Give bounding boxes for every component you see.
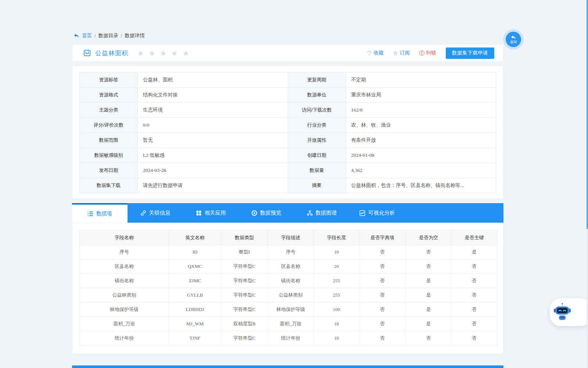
field-cell: 区县名称 bbox=[268, 259, 314, 274]
field-cell: TJNF bbox=[169, 331, 221, 346]
field-cell: 否 bbox=[452, 302, 497, 317]
field-cell: 否 bbox=[359, 259, 406, 274]
breadcrumb: 首页 / 数据目录 / 数据详情 bbox=[74, 32, 145, 39]
info-value: 农、林、牧、渔业 bbox=[346, 118, 496, 133]
info-label: 数据集下载 bbox=[80, 178, 138, 193]
tab-data-items[interactable]: 数据项 bbox=[72, 203, 128, 223]
info-row: 数据范围暂无开放属性有条件开放 bbox=[80, 133, 496, 148]
info-value: 不定期 bbox=[346, 72, 496, 88]
field-cell: 统计年份 bbox=[268, 331, 314, 346]
field-cell: 镇街名称 bbox=[80, 274, 169, 288]
field-cell: 否 bbox=[359, 245, 406, 259]
info-row: 发布日期2024-03-28数据量4,362 bbox=[80, 163, 496, 178]
dataset-info-table: 资源标签公益林、面积更新周期不定期资源格式结构化文件对接数源单位重庆市林业局主题… bbox=[79, 72, 496, 193]
tab-label: 数据项 bbox=[96, 210, 112, 217]
field-cell: 字符串型C bbox=[221, 274, 268, 288]
field-cell: 区县名称 bbox=[80, 259, 169, 274]
dataset-download-apply-button[interactable]: 数据集下载申请 bbox=[446, 47, 494, 59]
scrollbar-thumb[interactable] bbox=[587, 0, 588, 229]
field-cell: 统计年份 bbox=[80, 331, 169, 346]
network-icon bbox=[307, 210, 313, 216]
field-cell: 公益林类别 bbox=[80, 288, 169, 302]
field-cell: MJ_WM bbox=[169, 317, 221, 331]
assistant-robot-button[interactable] bbox=[550, 298, 588, 326]
info-row: 数据集下载请先进行数据申请摘要公益林面积，包含：序号、区县名称、镇街名称等... bbox=[80, 178, 496, 193]
field-cell: 是 bbox=[406, 317, 452, 331]
field-cell: 镇街名称 bbox=[268, 274, 314, 288]
field-row: 统计年份TJNF字符串型C统计年份10否否否 bbox=[80, 331, 497, 346]
info-label: 创建日期 bbox=[288, 148, 346, 163]
fields-panel: 字段名称英文名称数据类型字段描述字段长度是否字典项是否为空是否主键序号ID整型I… bbox=[72, 223, 503, 354]
field-cell: 字符串型C bbox=[221, 302, 268, 317]
tab-related-apps[interactable]: 相关应用 bbox=[183, 203, 239, 223]
tab-label: 数据预览 bbox=[260, 209, 282, 216]
info-label: 更新周期 bbox=[288, 72, 346, 88]
info-value: L2 低敏感 bbox=[138, 148, 288, 163]
field-cell: 公益林类别 bbox=[268, 288, 314, 302]
error-report-button[interactable]: ! 纠错 bbox=[419, 50, 436, 56]
field-cell: 100 bbox=[314, 302, 359, 317]
field-cell: 双精度型B bbox=[221, 317, 268, 331]
grid-icon bbox=[196, 210, 202, 216]
breadcrumb-catalog[interactable]: 数据目录 bbox=[98, 32, 118, 39]
info-label: 摘要 bbox=[288, 178, 346, 193]
title-bar: 公益林面积 ★★★★★ ♡ 收藏 ☆ 订阅 ! 纠错 数据集下载申请 bbox=[72, 44, 503, 62]
favorite-button[interactable]: ♡ 收藏 bbox=[367, 50, 383, 56]
eye-icon bbox=[251, 210, 257, 216]
subscribe-button[interactable]: ☆ 订阅 bbox=[393, 50, 410, 56]
column-header: 是否字典项 bbox=[359, 230, 406, 245]
info-value: 2024-03-28 bbox=[138, 163, 288, 178]
info-row: 资源格式结构化文件对接数源单位重庆市林业局 bbox=[80, 88, 496, 103]
field-cell: 字符串型C bbox=[221, 288, 268, 302]
tab-related-info[interactable]: 关联信息 bbox=[128, 203, 183, 223]
info-label: 资源格式 bbox=[80, 88, 138, 103]
info-value: 0/0 bbox=[138, 118, 288, 133]
info-value: 生态环境 bbox=[138, 103, 288, 118]
column-header: 是否为空 bbox=[406, 230, 452, 245]
field-row: 林地保护等级LDBHDJ字符串型C林地保护等级100否是否 bbox=[80, 302, 497, 317]
tab-visual-analysis[interactable]: 可视化分析 bbox=[349, 203, 405, 223]
field-cell: 是 bbox=[452, 245, 497, 259]
info-row: 资源标签公益林、面积更新周期不定期 bbox=[80, 72, 496, 88]
column-header: 字段长度 bbox=[314, 230, 359, 245]
float-back-button[interactable]: 返回 bbox=[503, 29, 524, 50]
info-row: 评分/评价次数0/0行业分类农、林、牧、渔业 bbox=[80, 118, 496, 133]
column-header: 数据类型 bbox=[221, 230, 268, 245]
field-row: 序号ID整型I序号10否否是 bbox=[80, 245, 497, 259]
field-cell: 10 bbox=[314, 331, 359, 346]
column-header: 字段描述 bbox=[268, 230, 314, 245]
heart-icon: ♡ bbox=[367, 50, 372, 56]
field-cell: 字符串型C bbox=[221, 331, 268, 346]
star-icon: ☆ bbox=[393, 50, 398, 56]
field-cell: 是 bbox=[406, 288, 452, 302]
breadcrumb-separator: / bbox=[94, 33, 96, 39]
info-value: 公益林面积，包含：序号、区县名称、镇街名称等... bbox=[346, 178, 496, 193]
breadcrumb-home[interactable]: 首页 bbox=[82, 32, 92, 39]
rating-stars[interactable]: ★★★★★ bbox=[137, 49, 194, 57]
robot-icon bbox=[553, 302, 572, 322]
field-cell: 否 bbox=[359, 302, 406, 317]
tab-data-graph[interactable]: 数据图谱 bbox=[294, 203, 349, 223]
field-cell: GYLLB bbox=[169, 288, 221, 302]
info-value: 公益林、面积 bbox=[138, 72, 288, 88]
info-value: 重庆市林业局 bbox=[346, 88, 496, 103]
field-cell: 否 bbox=[452, 288, 497, 302]
field-row: 镇街名称ZJMC字符串型C镇街名称255否是否 bbox=[80, 274, 497, 288]
info-value: 暂无 bbox=[138, 133, 288, 148]
field-row: 面积_万亩MJ_WM双精度型B面积_万亩18否是否 bbox=[80, 317, 497, 331]
section-tabbar: 数据项关联信息相关应用数据预览数据图谱可视化分析 bbox=[72, 203, 503, 223]
field-cell: LDBHDJ bbox=[169, 302, 221, 317]
tab-data-preview[interactable]: 数据预览 bbox=[239, 203, 294, 223]
field-cell: 否 bbox=[452, 317, 497, 331]
back-arrow-icon bbox=[511, 35, 516, 40]
field-cell: 否 bbox=[359, 331, 406, 346]
tab-label: 关联信息 bbox=[149, 209, 171, 216]
dataset-info-panel: 资源标签公益林、面积更新周期不定期资源格式结构化文件对接数源单位重庆市林业局主题… bbox=[72, 66, 503, 199]
back-arrow-icon[interactable] bbox=[74, 33, 79, 39]
info-label: 主题分类 bbox=[80, 103, 138, 118]
tab-label: 可视化分析 bbox=[368, 209, 395, 216]
tab-label: 相关应用 bbox=[205, 209, 226, 216]
info-label: 评分/评价次数 bbox=[80, 118, 138, 133]
next-section-bar bbox=[72, 365, 503, 368]
info-label: 发布日期 bbox=[80, 163, 138, 178]
